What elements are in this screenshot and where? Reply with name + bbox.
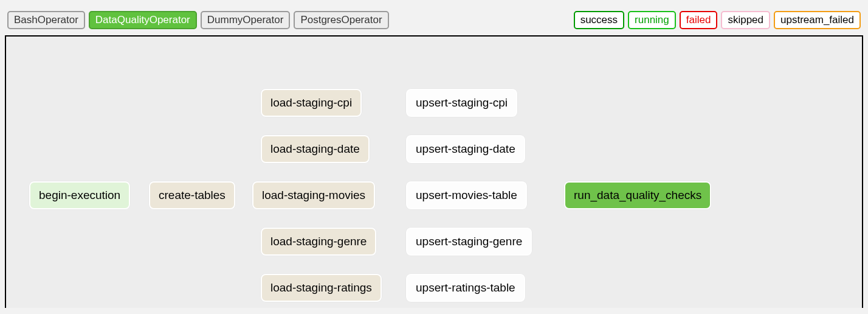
task-node-run-data-quality-checks[interactable]: run_data_quality_checks	[564, 181, 711, 209]
task-node-upsert-ratings-table[interactable]: upsert-ratings-table	[406, 274, 525, 302]
task-node-upsert-movies-table[interactable]: upsert-movies-table	[406, 181, 527, 209]
state-pill-running[interactable]: running	[628, 11, 676, 29]
task-node-upsert-staging-genre[interactable]: upsert-staging-genre	[406, 228, 532, 256]
state-legend: success running failed skipped upstream_…	[574, 11, 861, 29]
state-pill-failed[interactable]: failed	[680, 11, 718, 29]
operator-pill-bash[interactable]: BashOperator	[7, 11, 85, 29]
dag-canvas[interactable]: begin-execution create-tables load-stagi…	[6, 37, 862, 308]
task-node-load-staging-cpi[interactable]: load-staging-cpi	[261, 89, 362, 117]
legend-bar: BashOperator DataQualityOperator DummyOp…	[0, 0, 868, 35]
task-node-begin-execution[interactable]: begin-execution	[29, 181, 130, 209]
state-pill-upstream-failed[interactable]: upstream_failed	[774, 11, 861, 29]
state-pill-skipped[interactable]: skipped	[721, 11, 770, 29]
state-pill-success[interactable]: success	[574, 11, 624, 29]
dag-edges	[6, 37, 188, 128]
task-node-upsert-staging-cpi[interactable]: upsert-staging-cpi	[406, 89, 517, 117]
task-node-upsert-staging-date[interactable]: upsert-staging-date	[406, 135, 525, 163]
task-node-load-staging-ratings[interactable]: load-staging-ratings	[261, 274, 382, 302]
task-node-create-tables[interactable]: create-tables	[149, 181, 235, 209]
operator-pill-postgres[interactable]: PostgresOperator	[294, 11, 388, 29]
operator-pill-dummy[interactable]: DummyOperator	[201, 11, 291, 29]
operator-legend: BashOperator DataQualityOperator DummyOp…	[7, 11, 389, 29]
task-node-load-staging-genre[interactable]: load-staging-genre	[261, 228, 376, 256]
task-node-load-staging-date[interactable]: load-staging-date	[261, 135, 370, 163]
task-node-load-staging-movies[interactable]: load-staging-movies	[252, 181, 375, 209]
operator-pill-dataquality[interactable]: DataQualityOperator	[89, 11, 197, 29]
dag-canvas-frame: begin-execution create-tables load-stagi…	[5, 35, 863, 308]
